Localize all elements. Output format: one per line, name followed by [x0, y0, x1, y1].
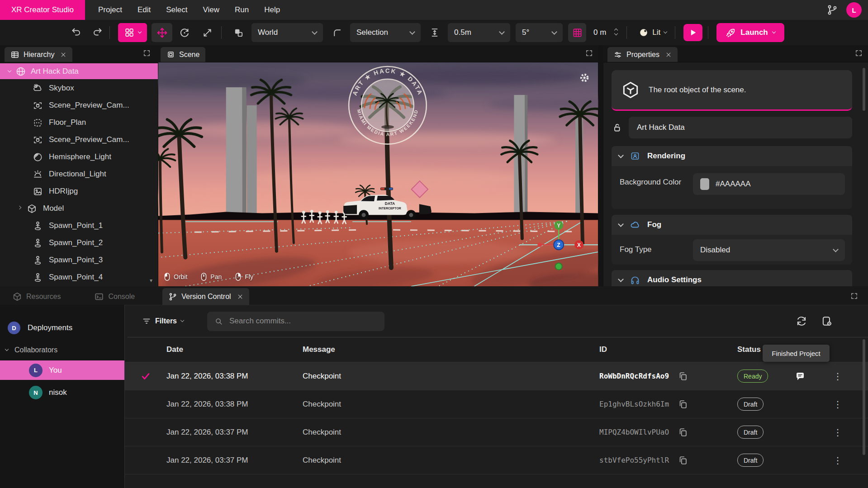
search-commits-input[interactable] — [228, 316, 377, 326]
launch-button[interactable]: Launch — [716, 23, 784, 42]
audio-settings-section-header[interactable]: Audio Settings — [612, 270, 852, 286]
scroll-down-indicator[interactable]: ▾ — [150, 277, 152, 284]
chevron-down-icon — [618, 221, 624, 227]
commit-message: Checkpoint — [303, 372, 599, 381]
pivot-dropdown[interactable]: Selection — [350, 23, 421, 42]
close-icon[interactable] — [665, 52, 672, 58]
object-name-field[interactable]: Art Hack Data — [629, 117, 852, 138]
asset-library-button[interactable] — [118, 23, 147, 42]
row-menu-kebab-icon[interactable]: ⋮ — [821, 455, 864, 466]
tree-item-root[interactable]: Art Hack Data — [0, 63, 158, 79]
scale-tool-button[interactable] — [197, 23, 218, 42]
tab-hierarchy[interactable]: Hierarchy — [5, 47, 72, 62]
tab-label: Properties — [626, 51, 659, 59]
tab-properties[interactable]: Properties — [607, 47, 678, 62]
tab-version-control[interactable]: Version Control — [162, 288, 249, 305]
commit-row[interactable]: Jan 22, 2026, 03:38 PM Checkpoint Ep1ghv… — [125, 390, 868, 418]
collaborator-nisok[interactable]: N nisok — [0, 384, 124, 402]
collaborator-you[interactable]: L You — [0, 360, 124, 380]
color-swatch[interactable] — [700, 178, 709, 190]
commit-row[interactable]: Jan 22, 2026, 03:37 PM Checkpoint stbVfe… — [125, 446, 868, 474]
commit-settings-icon[interactable] — [821, 315, 833, 327]
properties-scrollbar[interactable] — [863, 68, 865, 111]
tab-resources[interactable]: Resources — [6, 288, 66, 305]
expand-panel-icon[interactable] — [850, 292, 858, 300]
sidebar-group-collaborators[interactable]: Collaborators — [0, 342, 124, 357]
transform-space-icon-button[interactable] — [230, 24, 247, 41]
tree-item-hdri[interactable]: HDRIjpg — [0, 183, 158, 200]
tree-item-camera-1[interactable]: Scene_Preview_Cam... — [0, 97, 158, 114]
chevron-down-icon — [5, 347, 9, 351]
step-down-icon[interactable] — [614, 31, 618, 35]
fog-type-dropdown[interactable]: Disabled — [693, 239, 845, 261]
app-logo[interactable]: XR Creator Studio — [0, 0, 85, 20]
tree-item-floor-plan[interactable]: Floor_Plan — [0, 114, 158, 131]
pivot-icon-button[interactable] — [328, 24, 346, 41]
tree-item-camera-2[interactable]: Scene_Preview_Cam... — [0, 131, 158, 148]
tree-item-label: Spawn_Point_3 — [49, 256, 103, 265]
copy-id-icon[interactable] — [678, 399, 688, 409]
tree-item-spawn-2[interactable]: Spawn_Point_2 — [0, 234, 158, 251]
sidebar-item-deployments[interactable]: D Deployments — [0, 319, 124, 337]
copy-id-icon[interactable] — [678, 371, 688, 381]
scene-3d-viewport[interactable]: DATA INTERCEPTOR ART ★ HACK ★ DATA MIAMI… — [158, 62, 598, 286]
shading-dropdown[interactable]: Lit — [634, 23, 671, 42]
close-icon[interactable] — [60, 52, 66, 58]
menu-view[interactable]: View — [195, 0, 227, 20]
rotate-tool-button[interactable] — [174, 23, 195, 42]
lock-open-icon[interactable] — [612, 122, 622, 133]
row-menu-kebab-icon[interactable]: ⋮ — [821, 371, 864, 382]
menu-select[interactable]: Select — [158, 0, 195, 20]
filters-button[interactable]: Filters — [142, 317, 184, 326]
commit-row[interactable]: Jan 22, 2026, 03:37 PM Checkpoint MIPQZ4… — [125, 418, 868, 446]
rotate-snap-dropdown[interactable]: 5° — [516, 23, 563, 42]
menu-help[interactable]: Help — [256, 0, 288, 20]
move-tool-button[interactable] — [152, 23, 172, 42]
row-menu-kebab-icon[interactable]: ⋮ — [821, 427, 864, 438]
tree-item-spawn-3[interactable]: Spawn_Point_3 — [0, 251, 158, 269]
menu-project[interactable]: Project — [90, 0, 130, 20]
sidebar-item-label: Deployments — [28, 323, 72, 332]
snap-icon-button[interactable] — [426, 24, 443, 41]
tree-item-spawn-4[interactable]: Spawn_Point_4 — [0, 269, 158, 286]
background-color-field[interactable]: #AAAAAA — [693, 173, 845, 195]
move-snap-dropdown[interactable]: 0.5m — [448, 23, 510, 42]
elevation-stepper[interactable]: 0 m — [588, 23, 623, 42]
expand-panel-icon[interactable] — [143, 49, 151, 57]
copy-id-icon[interactable] — [678, 455, 688, 465]
commits-scrollbar[interactable] — [863, 339, 865, 455]
copy-id-icon[interactable] — [678, 427, 688, 437]
grid-icon — [572, 28, 583, 38]
expand-panel-icon[interactable] — [855, 49, 863, 57]
expand-panel-icon[interactable] — [585, 49, 593, 57]
tab-console[interactable]: Console — [88, 288, 141, 305]
tree-item-directional-light[interactable]: Directional_Light — [0, 166, 158, 183]
row-menu-kebab-icon[interactable]: ⋮ — [821, 399, 864, 410]
tree-item-skybox[interactable]: Skybox — [0, 80, 158, 97]
menu-edit[interactable]: Edit — [130, 0, 158, 20]
root-object-description: The root object of the scene. — [649, 85, 746, 95]
rendering-section-header[interactable]: Rendering — [612, 146, 852, 166]
divider — [109, 26, 110, 39]
gizmo-origin-handle[interactable] — [555, 263, 562, 270]
comment-icon[interactable] — [795, 371, 806, 382]
tree-item-hemisphere-light[interactable]: Hemisphere_Light — [0, 148, 158, 166]
undo-button[interactable] — [68, 24, 85, 41]
play-button[interactable] — [683, 24, 702, 41]
redo-button[interactable] — [89, 24, 106, 41]
tree-item-spawn-1[interactable]: Spawn_Point_1 — [0, 217, 158, 234]
commit-row[interactable]: Jan 22, 2026, 03:38 PM Checkpoint RoWbDn… — [125, 362, 868, 390]
menu-run[interactable]: Run — [227, 0, 256, 20]
grid-toggle-button[interactable] — [568, 23, 586, 42]
chevron-down-icon[interactable] — [8, 68, 11, 72]
tab-scene[interactable]: Scene — [161, 47, 205, 62]
commit-id: stbVfePo55yPhtlR — [599, 456, 669, 464]
transform-space-dropdown[interactable]: World — [251, 23, 323, 42]
refresh-icon[interactable] — [796, 315, 807, 327]
version-control-icon[interactable] — [826, 4, 838, 16]
close-icon[interactable] — [237, 294, 243, 300]
user-avatar[interactable]: L — [846, 2, 862, 18]
fog-section-header[interactable]: Fog — [612, 215, 852, 235]
tree-item-model[interactable]: Model — [0, 200, 158, 217]
chevron-right-icon[interactable] — [18, 206, 21, 209]
